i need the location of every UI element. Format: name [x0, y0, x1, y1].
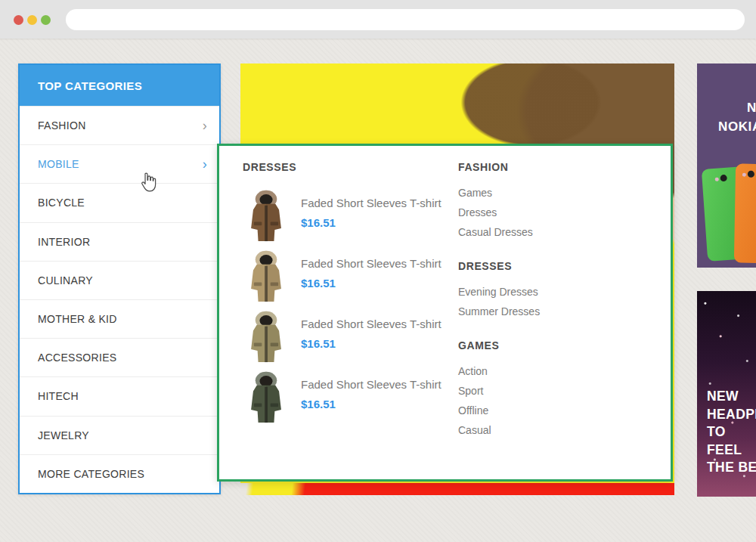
product-price: $16.51 [301, 277, 442, 290]
headphones-banner[interactable]: NEW HEADPHONES TO FEEL THE BEAT [697, 291, 756, 497]
nokia-banner-line2: NOKIA [718, 117, 756, 136]
category-link-offline[interactable]: Offline [458, 401, 647, 420]
sidebar-title: TOP CATEGORIES [20, 65, 219, 106]
window-controls [14, 15, 51, 25]
product-item[interactable]: Faded Short Sleeves T-shirt $16.51 [243, 249, 462, 303]
links-section-fashion: FASHION Games Dresses Casual Dresses [458, 161, 647, 242]
close-window-button[interactable] [14, 15, 23, 25]
nokia-phones-banner[interactable]: NEW NOKIA [697, 63, 756, 268]
sidebar-item-jewelry[interactable]: JEWELRY [20, 416, 219, 454]
nokia-banner-line1: NEW [718, 98, 756, 117]
category-link-casual[interactable]: Casual [458, 420, 647, 440]
sidebar-item-bicycle[interactable]: BICYCLE [20, 183, 219, 221]
headphones-banner-line: HEADPHONES [707, 406, 756, 424]
headphones-banner-line: TO [707, 423, 756, 441]
links-section-games: GAMES Action Sport Offline Casual [458, 339, 647, 440]
product-info: Faded Short Sleeves T-shirt $16.51 [301, 370, 442, 424]
product-price: $16.51 [301, 398, 442, 410]
chevron-right-icon: › [203, 157, 207, 171]
sidebar-item-label: JEWELRY [38, 429, 89, 441]
section-heading: FASHION [458, 161, 647, 173]
minimize-window-button[interactable] [27, 15, 37, 25]
category-link-evening-dresses[interactable]: Evening Dresses [458, 282, 647, 302]
category-link-action[interactable]: Action [458, 361, 647, 381]
product-title-link[interactable]: Faded Short Sleeves T-shirt [301, 257, 442, 270]
category-link-sport[interactable]: Sport [458, 381, 647, 401]
browser-toolbar [0, 0, 756, 39]
sidebar-item-label: MOTHER & KID [38, 313, 117, 325]
products-column-heading: DRESSES [243, 161, 462, 173]
maximize-window-button[interactable] [41, 15, 51, 25]
headphones-banner-line: NEW [707, 388, 756, 406]
orange-phone-image [734, 163, 756, 263]
product-title-link[interactable]: Faded Short Sleeves T-shirt [301, 378, 442, 391]
sidebar-item-label: MORE CATEGORIES [38, 468, 144, 480]
headphones-banner-text: NEW HEADPHONES TO FEEL THE BEAT [707, 388, 756, 477]
sidebar-item-fashion[interactable]: FASHION › [20, 106, 219, 144]
product-jacket-image [243, 309, 290, 364]
product-item[interactable]: Faded Short Sleeves T-shirt $16.51 [243, 309, 462, 364]
sidebar-item-label: HITECH [38, 390, 79, 402]
links-section-dresses: DRESSES Evening Dresses Summer Dresses [458, 260, 647, 321]
product-price: $16.51 [301, 337, 442, 350]
product-info: Faded Short Sleeves T-shirt $16.51 [301, 249, 442, 303]
headphones-banner-line: FEEL [707, 441, 756, 460]
sidebar-item-more-categories[interactable]: MORE CATEGORIES [20, 454, 219, 493]
product-item[interactable]: Faded Short Sleeves T-shirt $16.51 [243, 188, 462, 243]
sidebar-item-label: CULINARY [38, 274, 93, 286]
sidebar-item-label: BICYCLE [38, 197, 85, 209]
category-link-dresses[interactable]: Dresses [458, 203, 647, 222]
category-link-games[interactable]: Games [458, 183, 647, 203]
sidebar-item-label: ACCESSORIES [38, 352, 116, 364]
phone-camera-icon [748, 171, 754, 178]
product-jacket-image [243, 249, 290, 303]
sidebar-item-mobile[interactable]: MOBILE › [20, 144, 219, 183]
section-heading: DRESSES [458, 260, 647, 272]
mega-menu-links-column: FASHION Games Dresses Casual Dresses DRE… [458, 161, 647, 458]
mega-menu-dropdown: DRESSES Faded Short Sleeves T-shirt $16.… [217, 144, 673, 482]
category-link-summer-dresses[interactable]: Summer Dresses [458, 302, 647, 321]
product-jacket-image [243, 370, 290, 424]
category-link-casual-dresses[interactable]: Casual Dresses [458, 222, 647, 242]
categories-sidebar: TOP CATEGORIES FASHION › MOBILE › BICYCL… [18, 63, 221, 494]
product-info: Faded Short Sleeves T-shirt $16.51 [301, 188, 442, 243]
nokia-banner-text: NEW NOKIA [718, 98, 756, 136]
headphones-banner-line: THE BEAT [707, 459, 756, 477]
sidebar-item-label: FASHION [38, 119, 86, 132]
product-jacket-image [243, 188, 290, 243]
sidebar-item-culinary[interactable]: CULINARY [20, 261, 219, 299]
product-price: $16.51 [301, 216, 442, 229]
sidebar-item-mother-kid[interactable]: MOTHER & KID [20, 299, 219, 338]
sidebar-item-interior[interactable]: INTERIOR [20, 222, 219, 261]
chevron-right-icon: › [203, 119, 207, 132]
product-info: Faded Short Sleeves T-shirt $16.51 [301, 309, 442, 364]
product-title-link[interactable]: Faded Short Sleeves T-shirt [301, 197, 442, 209]
product-title-link[interactable]: Faded Short Sleeves T-shirt [301, 317, 442, 330]
phone-camera-icon [720, 175, 727, 182]
browser-window: TOP CATEGORIES FASHION › MOBILE › BICYCL… [0, 0, 756, 542]
product-item[interactable]: Faded Short Sleeves T-shirt $16.51 [243, 370, 462, 424]
sidebar-item-accessories[interactable]: ACCESSORIES [20, 338, 219, 376]
sidebar-item-label: MOBILE [38, 158, 79, 170]
address-bar-input[interactable] [66, 9, 745, 30]
section-heading: GAMES [458, 339, 647, 352]
sidebar-item-label: INTERIOR [38, 236, 90, 248]
sidebar-item-hitech[interactable]: HITECH [20, 376, 219, 415]
mega-menu-products-column: DRESSES Faded Short Sleeves T-shirt $16.… [243, 161, 462, 430]
